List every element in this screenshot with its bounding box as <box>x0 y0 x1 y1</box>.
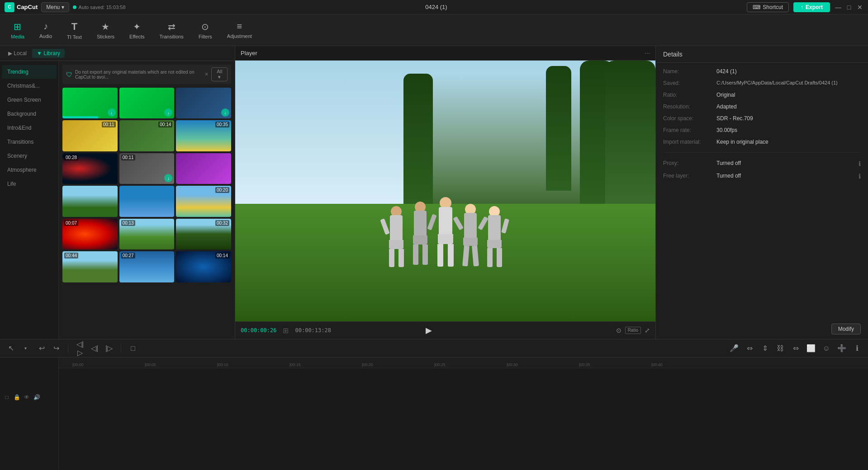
split-audio-button[interactable]: ⇔ <box>743 342 756 355</box>
tab-local[interactable]: ▶ Local <box>4 49 31 58</box>
color-space-value: SDR - Rec.709 <box>716 115 861 122</box>
menu-button[interactable]: Menu ▾ <box>41 2 69 12</box>
duration-17: 00:27 <box>121 253 135 258</box>
media-item-10[interactable] <box>62 186 118 216</box>
toolbar-separator-2 <box>121 344 121 353</box>
media-item-1[interactable]: ↓ <box>62 88 118 118</box>
redo-button[interactable]: ↪ <box>50 342 62 355</box>
media-item-14[interactable]: 00:13 <box>119 219 175 249</box>
track-lock-button[interactable]: 🔒 <box>13 393 21 401</box>
media-item-8[interactable]: 00:11 ↓ <box>119 153 175 184</box>
info-button[interactable]: ℹ <box>851 342 863 355</box>
sidebar-item-transitions[interactable]: Transitions <box>2 135 57 149</box>
media-item-6[interactable]: 00:35 <box>176 120 231 151</box>
zoom-fit-button[interactable]: ⇕ <box>759 342 771 355</box>
minimize-button[interactable]: — <box>835 4 842 11</box>
toolbar-effects[interactable]: ✦ Effects <box>123 19 151 42</box>
media-item-13[interactable]: 00:07 <box>62 219 118 249</box>
fullscreen-button[interactable]: ⤢ <box>645 327 650 334</box>
ratio-button[interactable]: Ratio <box>625 327 641 334</box>
proxy-info-icon[interactable]: ℹ <box>859 160 861 167</box>
toolbar-adjustment[interactable]: ≡ Adjustment <box>221 19 258 41</box>
sidebar-item-intro-end[interactable]: Intro&End <box>2 121 57 135</box>
sidebar-item-scenery[interactable]: Scenery <box>2 149 57 163</box>
media-item-9[interactable] <box>176 153 231 184</box>
toolbar-media[interactable]: ⊞ Media <box>5 19 31 42</box>
app-logo: C CapCut <box>5 2 38 12</box>
modify-button[interactable]: Modify <box>831 324 861 334</box>
download-icon-3[interactable]: ↓ <box>221 108 229 117</box>
sidebar-item-christmas[interactable]: Christmas&... <box>2 79 57 93</box>
media-item-15[interactable]: 00:32 <box>176 219 231 249</box>
toolbar-stickers[interactable]: ★ Stickers <box>90 19 121 42</box>
media-notice: 🛡 Do not export any original materials w… <box>62 65 231 84</box>
screenshot-button[interactable]: ⊙ <box>616 327 621 334</box>
media-item-3[interactable]: ↓ <box>176 88 231 118</box>
details-grid: Name: 0424 (1) Saved: C:/Users/MyPC/AppD… <box>656 63 868 324</box>
media-item-17[interactable]: 00:27 <box>119 251 175 282</box>
detail-ratio: Ratio: Original <box>663 92 861 98</box>
media-item-16[interactable]: 00:44 <box>62 251 118 282</box>
tick-25: |00:25 <box>434 362 446 368</box>
sidebar-item-atmosphere[interactable]: Atmosphere <box>2 163 57 177</box>
shortcut-button[interactable]: ⌨ Shortcut <box>747 2 789 12</box>
media-item-2[interactable]: ↓ <box>119 88 175 118</box>
media-item-12[interactable]: 00:20 <box>176 186 231 216</box>
add-button[interactable]: ➕ <box>835 342 848 355</box>
mic-button[interactable]: 🎤 <box>728 342 740 355</box>
media-label: Media <box>11 34 24 39</box>
track-lock-icon[interactable]: □ <box>3 393 11 401</box>
all-filter-button[interactable]: All ▾ <box>211 67 228 81</box>
toolbar-transitions[interactable]: ⇄ Transitions <box>153 19 190 42</box>
undo-button[interactable]: ↩ <box>35 342 48 355</box>
maximize-button[interactable]: □ <box>845 4 853 11</box>
auto-save-status: Auto saved: 15:03:58 <box>73 5 126 10</box>
track-visible-button[interactable]: 👁 <box>23 393 31 401</box>
transitions-icon: ⇄ <box>168 21 175 32</box>
download-icon-1[interactable]: ↓ <box>108 108 116 117</box>
media-item-7[interactable]: 00:28 <box>62 153 118 184</box>
notice-close-button[interactable]: ✕ <box>204 71 209 77</box>
close-button[interactable]: ✕ <box>856 4 863 11</box>
free-layer-info-icon[interactable]: ℹ <box>859 173 861 180</box>
play-button[interactable]: ▶ <box>426 325 432 335</box>
sidebar-item-life[interactable]: Life <box>2 177 57 191</box>
player-menu-icon[interactable]: ⋯ <box>645 50 650 56</box>
download-icon-8[interactable]: ↓ <box>164 174 172 182</box>
tick-0: |00:00 <box>72 362 84 368</box>
toolbar-filters[interactable]: ⊙ Filters <box>192 19 218 42</box>
trim-right-button[interactable]: |▷ <box>103 342 115 355</box>
media-icon: ⊞ <box>14 21 21 32</box>
sidebar-item-green-screen[interactable]: Green Screen <box>2 93 57 107</box>
sidebar-item-trending[interactable]: Trending <box>2 65 57 79</box>
detail-proxy: Proxy: Turned off ℹ <box>663 160 861 167</box>
toolbar-audio[interactable]: ♪ Audio <box>33 19 58 41</box>
delete-button[interactable]: □ <box>127 342 139 355</box>
caption-button[interactable]: ⬜ <box>805 342 817 355</box>
tick-20: |00:20 <box>362 362 373 368</box>
media-item-11[interactable] <box>119 186 175 216</box>
panel-content: Trending Christmas&... Green Screen Back… <box>0 61 235 339</box>
download-icon-2[interactable]: ↓ <box>164 108 172 117</box>
toolbar-text[interactable]: T TI Text <box>61 19 88 42</box>
detail-color-space: Color space: SDR - Rec.709 <box>663 115 861 122</box>
media-item-5[interactable]: 00:14 <box>119 120 175 151</box>
cursor-dropdown[interactable]: ▾ <box>19 342 32 355</box>
adjustment-icon: ≡ <box>237 21 242 32</box>
duration-6: 00:35 <box>215 122 229 127</box>
timeline-right-tools: 🎤 ⇔ ⇕ ⛓ ⇔ ⬜ ☺ ➕ ℹ <box>728 342 863 355</box>
detail-name: Name: 0424 (1) <box>663 68 861 75</box>
track-audio-button[interactable]: 🔊 <box>33 393 41 401</box>
import-material-value: Keep in original place <box>716 139 861 145</box>
cursor-tool[interactable]: ↖ <box>5 342 17 355</box>
sticker-button[interactable]: ☺ <box>820 342 833 355</box>
trim-button[interactable]: ◁| <box>88 342 101 355</box>
link-button[interactable]: ⛓ <box>774 342 787 355</box>
tab-library[interactable]: ▼ Library <box>32 49 65 58</box>
align-button[interactable]: ⇔ <box>789 342 802 355</box>
export-button[interactable]: ↑ Export <box>793 2 830 12</box>
media-item-18[interactable]: 00:14 <box>176 251 231 282</box>
media-item-4[interactable]: 00:11 <box>62 120 118 151</box>
sidebar-item-background[interactable]: Background <box>2 107 57 121</box>
split-button[interactable]: ◁|▷ <box>74 342 86 355</box>
